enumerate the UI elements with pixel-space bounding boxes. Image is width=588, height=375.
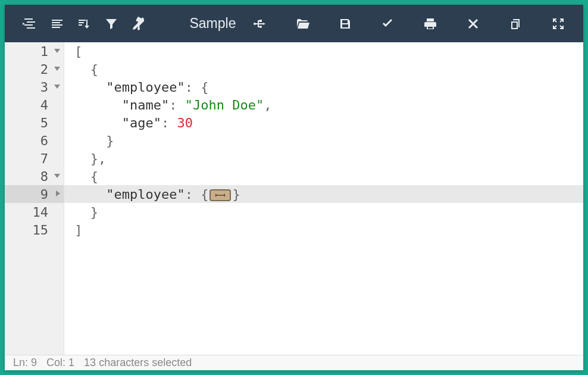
- line-number: 6: [40, 133, 59, 148]
- brace: {: [201, 80, 208, 95]
- bracket: [: [74, 44, 82, 59]
- fold-toggle[interactable]: [54, 48, 61, 55]
- brace: {: [90, 169, 98, 184]
- validate-button[interactable]: [376, 10, 399, 38]
- usb-button[interactable]: [248, 10, 271, 38]
- code-content[interactable]: [ { "employee": { "name": "John Doe", "a…: [64, 42, 583, 355]
- status-line: Ln: 9: [13, 357, 37, 369]
- copy-button[interactable]: [504, 10, 528, 38]
- brace: }: [106, 133, 114, 148]
- gutter: 1 2 3 4 5 6 7 8 9 14 15: [5, 42, 64, 355]
- fold-toggle[interactable]: [54, 65, 61, 73]
- sort-button[interactable]: [72, 10, 96, 38]
- settings-button[interactable]: [127, 10, 151, 38]
- svg-rect-2: [259, 20, 262, 22]
- brace: {: [90, 62, 98, 77]
- filter-button[interactable]: [99, 10, 123, 38]
- line-number: 5: [40, 115, 59, 130]
- brace: }: [232, 187, 240, 202]
- code-editor[interactable]: 1 2 3 4 5 6 7 8 9 14 15 [ { "employee": …: [5, 42, 583, 355]
- status-col: Col: 1: [46, 357, 74, 369]
- toolbar: Sample: [5, 5, 583, 42]
- line-number: 14: [33, 205, 60, 220]
- clear-button[interactable]: [461, 10, 485, 38]
- brace: }: [90, 205, 98, 220]
- json-key: "age": [122, 115, 161, 130]
- fullscreen-button[interactable]: [546, 10, 570, 38]
- sample-label: Sample: [189, 15, 236, 32]
- json-editor-app: Sample: [5, 5, 583, 370]
- json-number: 30: [177, 115, 193, 130]
- json-key: "name": [122, 98, 169, 112]
- status-bar: Ln: 9 Col: 1 13 characters selected: [5, 355, 583, 370]
- indent-right-button[interactable]: [18, 10, 42, 38]
- print-button[interactable]: [418, 10, 442, 38]
- status-selection: 13 characters selected: [84, 357, 192, 369]
- svg-point-3: [259, 26, 262, 28]
- align-left-button[interactable]: [45, 10, 69, 38]
- fold-toggle[interactable]: [54, 173, 61, 180]
- save-button[interactable]: [333, 10, 357, 38]
- folded-region-widget[interactable]: [209, 189, 231, 201]
- fold-toggle[interactable]: [54, 190, 61, 198]
- json-string: "John Doe": [185, 98, 264, 112]
- line-number: 7: [40, 151, 59, 166]
- open-button[interactable]: [290, 10, 314, 38]
- brace: },: [90, 151, 107, 166]
- line-number: 4: [40, 98, 59, 112]
- fold-toggle[interactable]: [54, 83, 61, 90]
- sample-dropdown[interactable]: Sample: [154, 10, 244, 38]
- line-number: 15: [33, 223, 60, 238]
- json-key: "employee": [106, 80, 184, 95]
- bracket: ]: [74, 223, 82, 238]
- json-key: "employee": [106, 187, 184, 202]
- brace: {: [201, 187, 208, 202]
